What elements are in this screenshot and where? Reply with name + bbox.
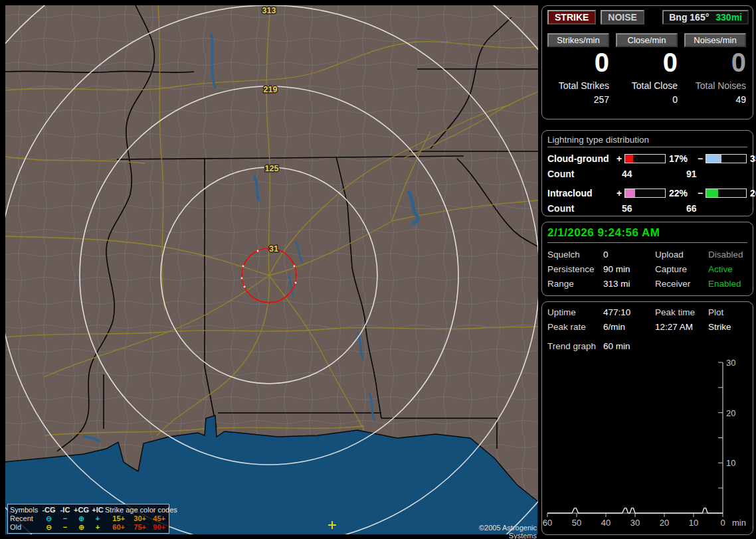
svg-text:10: 10 [689,518,698,528]
plus-sign: + [614,153,624,164]
capture-status: Active [708,264,747,274]
total-strikes-value: 257 [594,94,609,105]
svg-text:60: 60 [543,518,552,528]
strikes-column: Strikes/min 0 Total Strikes 257 [547,33,609,105]
legend-old-label: Old [10,523,40,532]
pos-cg-old-icon: ⊕ [72,523,90,532]
neg-ic-recent-icon: − [58,514,72,523]
svg-text:0: 0 [720,518,725,528]
map-canvas[interactable]: 313 219 125 31 [5,5,538,534]
cg-negative-count: 91 [686,169,747,179]
strikes-rate: 0 [595,49,609,76]
ic-negative-count: 66 [686,203,747,214]
ring-label-219: 219 [264,85,278,94]
bearing-range: 330mi [715,12,742,23]
trend-panel: Uptime 477:10 Peak time Plot Peak rate 6… [541,301,753,535]
datetime-display: 2/1/2026 9:24:56 AM [547,226,747,243]
squelch-value: 0 [603,250,655,260]
trend-window-value: 60 min [603,341,747,351]
svg-text:10: 10 [726,458,735,468]
cg-positive-count: 44 [622,169,686,179]
noise-button[interactable]: NOISE [601,10,644,25]
bearing-badge[interactable]: Bng 165°330mi [662,10,749,25]
ic-negative-pct: 26% [747,188,756,198]
ring-label-125: 125 [265,164,279,173]
ic-positive-pct: 22% [666,188,695,198]
map-legend: Symbols -CG -IC +CG +IC Strike age color… [7,504,169,534]
age-60: 60+ [105,523,126,532]
ic-negative-bar [706,189,747,198]
svg-text:30: 30 [726,358,735,368]
legend-age-header: Strike age color codes [105,506,167,514]
cg-count-row: Count 44 91 [542,169,753,179]
close-per-min-button[interactable]: Close/min [616,33,678,47]
distribution-panel: Lightning type distribution Cloud-ground… [541,130,753,216]
status-panel: 2/1/2026 9:24:56 AM Squelch 0 Upload Dis… [541,222,753,296]
legend-col-pcg: +CG [72,506,90,514]
cloud-ground-label: Cloud-ground [547,153,614,164]
bearing-label: Bng 165° [669,12,709,23]
range-label: Range [547,279,603,289]
intracloud-row: Intracloud + 22% − 26% [542,188,753,198]
app-window: { "app": { "copyright": "©2005 Astrogeni… [0,0,756,539]
trend-graph: 1020306050403020100min [542,357,753,528]
receiver-label: Receiver [655,279,708,289]
neg-cg-recent-icon: ⊖ [40,514,58,523]
noises-rate: 0 [731,49,746,76]
peak-time-label: Peak time [655,307,708,317]
legend-recent-label: Recent [10,514,40,523]
cg-negative-pct: 35% [747,153,756,164]
svg-text:min: min [732,518,746,528]
plot-mode-value: Strike [708,322,747,332]
capture-label: Capture [655,264,708,274]
strikes-per-min-button[interactable]: Strikes/min [547,33,609,47]
minus-sign: − [695,153,706,164]
copyright-text: ©2005 Astrogenic Systems [452,524,537,539]
ring-label-31: 31 [269,244,278,254]
svg-text:30: 30 [630,518,640,528]
plot-label: Plot [708,307,747,317]
ic-count-label: Count [547,203,622,214]
neg-ic-old-icon: − [58,523,72,532]
noises-column: Noises/min 0 Total Noises 49 [684,33,746,105]
total-noises-label: Total Noises [696,80,746,91]
squelch-label: Squelch [547,250,603,260]
age-15: 15+ [105,514,126,523]
range-value: 313 mi [603,279,655,289]
counter-panel: STRIKE NOISE Bng 165°330mi Strikes/min 0… [541,5,753,119]
uptime-label: Uptime [547,307,603,317]
svg-text:20: 20 [726,408,735,418]
age-45: 45+ [147,514,167,523]
legend-col-nic: -IC [58,506,72,514]
total-strikes-label: Total Strikes [559,80,609,91]
legend-col-ncg: -CG [40,506,58,514]
persistence-label: Persistence [547,264,603,274]
plus-sign: + [614,188,624,198]
peak-time-value: 12:27 AM [655,322,708,332]
intracloud-label: Intracloud [547,188,614,198]
cloud-ground-row: Cloud-ground + 17% − 35% [542,153,753,164]
pos-cg-recent-icon: ⊕ [72,514,90,523]
close-rate: 0 [663,49,678,76]
legend-symbols-header: Symbols [10,506,40,514]
strike-button[interactable]: STRIKE [547,10,596,25]
minus-sign: − [695,188,706,198]
map-area: 313 219 125 31 Symbols -CG -IC +CG +IC S… [5,5,538,534]
ic-positive-count: 56 [622,203,686,214]
age-75: 75+ [126,523,147,532]
upload-label: Upload [655,250,708,260]
total-close-value: 0 [672,94,678,105]
age-30: 30+ [126,514,147,523]
distribution-title: Lightning type distribution [547,135,747,147]
cg-negative-bar [706,154,747,163]
svg-text:20: 20 [660,518,669,528]
svg-text:40: 40 [601,518,611,528]
peak-rate-value: 6/min [603,322,655,332]
pos-ic-old-icon: + [90,523,105,532]
legend-col-pic: +IC [90,506,105,514]
neg-cg-old-icon: ⊖ [40,523,58,532]
noises-per-min-button[interactable]: Noises/min [684,33,746,47]
cg-positive-pct: 17% [666,153,695,164]
total-close-label: Total Close [632,80,678,91]
svg-text:50: 50 [572,518,581,528]
